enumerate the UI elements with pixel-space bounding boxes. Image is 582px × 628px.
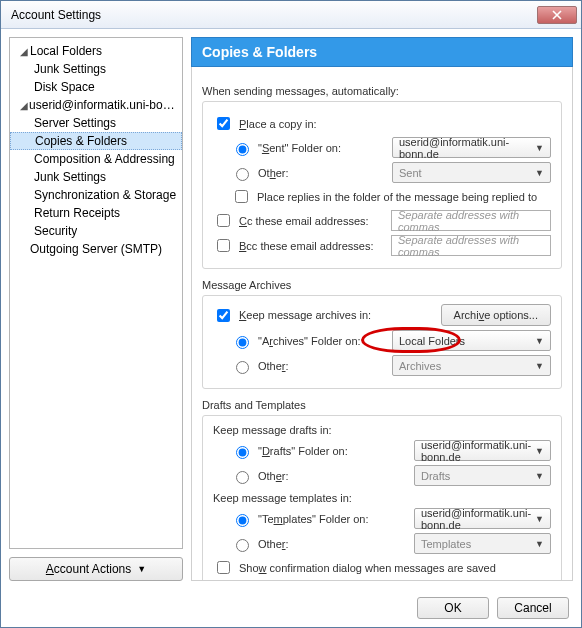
sent-account-select[interactable]: userid@informatik.uni-bonn.de▼ (392, 137, 551, 158)
templates-other-label: Other: (258, 538, 408, 550)
archives-heading: Message Archives (202, 279, 562, 291)
close-button[interactable] (537, 6, 577, 24)
chevron-down-icon: ▼ (535, 471, 544, 481)
chevron-down-icon: ▼ (137, 564, 146, 574)
account-tree: ◢Local Folders Junk Settings Disk Space … (9, 37, 183, 549)
templates-folder-label: "Templates" Folder on: (258, 513, 408, 525)
keep-archives-label: Keep message archives in: (239, 309, 371, 321)
archives-other-select[interactable]: Archives▼ (392, 355, 551, 376)
bcc-checkbox[interactable] (217, 239, 230, 252)
tree-sync-storage[interactable]: Synchronization & Storage (10, 186, 182, 204)
chevron-down-icon: ▼ (535, 514, 544, 524)
cancel-button[interactable]: Cancel (497, 597, 569, 619)
sending-group: Place a copy in: "Sent" Folder on: useri… (202, 101, 562, 269)
expand-icon: ◢ (20, 46, 30, 57)
archives-folder-label: "Archives" Folder on: (258, 335, 386, 347)
place-replies-label: Place replies in the folder of the messa… (257, 191, 537, 203)
drafts-other-radio[interactable] (236, 471, 249, 484)
chevron-down-icon: ▼ (535, 143, 544, 153)
tree-copies-folders[interactable]: Copies & Folders (10, 132, 182, 150)
dialog-footer: OK Cancel (1, 589, 581, 627)
drafts-account-select[interactable]: userid@informatik.uni-bonn.de▼ (414, 440, 551, 461)
expand-icon: ◢ (20, 100, 29, 111)
show-confirm-checkbox[interactable] (217, 561, 230, 574)
sent-folder-label: "Sent" Folder on: (258, 142, 386, 154)
keep-templates-label: Keep message templates in: (213, 492, 551, 504)
drafts-other-label: Other: (258, 470, 408, 482)
chevron-down-icon: ▼ (535, 446, 544, 456)
chevron-down-icon: ▼ (535, 168, 544, 178)
drafts-folder-radio[interactable] (236, 446, 249, 459)
templates-folder-radio[interactable] (236, 514, 249, 527)
drafts-heading: Drafts and Templates (202, 399, 562, 411)
tree-local-folders[interactable]: ◢Local Folders (10, 42, 182, 60)
ok-button[interactable]: OK (417, 597, 489, 619)
bcc-label: Bcc these email addresses: (239, 240, 385, 252)
tree-server-settings[interactable]: Server Settings (10, 114, 182, 132)
templates-other-select[interactable]: Templates▼ (414, 533, 551, 554)
templates-account-select[interactable]: userid@informatik.uni-bonn.de▼ (414, 508, 551, 529)
archives-other-label: Other: (258, 360, 386, 372)
main-panel: Copies & Folders When sending messages, … (191, 37, 573, 581)
account-actions-button[interactable]: Account Actions ▼ (9, 557, 183, 581)
tree-junk-settings[interactable]: Junk Settings (10, 60, 182, 78)
keep-archives-checkbox[interactable] (217, 309, 230, 322)
close-icon (552, 10, 562, 20)
chevron-down-icon: ▼ (535, 336, 544, 346)
drafts-group: Keep message drafts in: "Drafts" Folder … (202, 415, 562, 581)
sent-folder-radio[interactable] (236, 143, 249, 156)
sent-other-label: Other: (258, 167, 386, 179)
place-copy-checkbox[interactable] (217, 117, 230, 130)
tree-security[interactable]: Security (10, 222, 182, 240)
panel-title: Copies & Folders (191, 37, 573, 67)
cc-input[interactable]: Separate addresses with commas (391, 210, 551, 231)
cc-checkbox[interactable] (217, 214, 230, 227)
chevron-down-icon: ▼ (535, 361, 544, 371)
sidebar: ◢Local Folders Junk Settings Disk Space … (9, 37, 183, 581)
chevron-down-icon: ▼ (535, 539, 544, 549)
keep-drafts-label: Keep message drafts in: (213, 424, 551, 436)
tree-composition[interactable]: Composition & Addressing (10, 150, 182, 168)
window-title: Account Settings (11, 8, 537, 22)
archives-other-radio[interactable] (236, 361, 249, 374)
archives-group: Keep message archives in: Archive option… (202, 295, 562, 389)
place-replies-checkbox[interactable] (235, 190, 248, 203)
drafts-other-select[interactable]: Drafts▼ (414, 465, 551, 486)
account-actions-label: Account Actions (46, 562, 131, 576)
drafts-folder-label: "Drafts" Folder on: (258, 445, 408, 457)
archive-options-button[interactable]: Archive options... (441, 304, 551, 326)
bcc-input[interactable]: Separate addresses with commas (391, 235, 551, 256)
sent-other-select[interactable]: Sent▼ (392, 162, 551, 183)
archives-folder-radio[interactable] (236, 336, 249, 349)
sending-heading: When sending messages, automatically: (202, 85, 562, 97)
sent-other-radio[interactable] (236, 168, 249, 181)
tree-outgoing[interactable]: Outgoing Server (SMTP) (10, 240, 182, 258)
tree-return-receipts[interactable]: Return Receipts (10, 204, 182, 222)
archives-account-select[interactable]: Local Folders▼ (392, 330, 551, 351)
tree-account[interactable]: ◢userid@informatik.uni-bonn.de (10, 96, 182, 114)
place-copy-label: Place a copy in: (239, 118, 317, 130)
titlebar: Account Settings (1, 1, 581, 29)
tree-junk-settings-2[interactable]: Junk Settings (10, 168, 182, 186)
templates-other-radio[interactable] (236, 539, 249, 552)
tree-disk-space[interactable]: Disk Space (10, 78, 182, 96)
show-confirm-label: Show confirmation dialog when messages a… (239, 562, 496, 574)
cc-label: Cc these email addresses: (239, 215, 385, 227)
